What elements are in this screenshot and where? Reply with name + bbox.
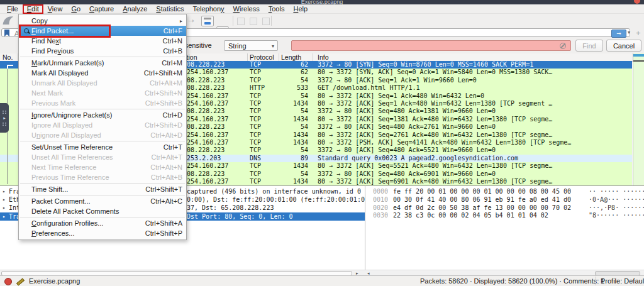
cell-protocol: TCP [250, 92, 261, 100]
cell-protocol: TCP [250, 123, 261, 131]
status-bar: Exercise.pcapng Packets: 58620 · Display… [0, 275, 644, 286]
menubar-item-file[interactable]: File [3, 4, 23, 14]
hex-dump-row[interactable]: 001000 30 0f 41 40 00 80 06 91 eb 91 fe … [365, 196, 644, 204]
side-drawer-handle[interactable]: ▸ [0, 103, 9, 133]
cell-info: 3372 → 80 [ACK] Seq=480 Ack=6901 Win=966… [318, 170, 631, 178]
menu-item-label: Next Time Reference [31, 163, 150, 171]
menu-item-label: Set/Unset Time Reference [31, 143, 164, 151]
add-filter-button[interactable]: + [636, 28, 641, 38]
menu-item-packet-comment[interactable]: Packet Comment...Ctrl+Alt+C [19, 196, 186, 206]
grip-dots-icon [2, 110, 7, 114]
menubar-item-telephony[interactable]: Telephony [188, 4, 228, 14]
apply-filter-button[interactable]: ➞ [611, 30, 626, 38]
wireshark-fin-icon[interactable] [2, 15, 14, 26]
cell-length: 1434 [267, 116, 308, 123]
cell-protocol: TCP [250, 178, 261, 185]
zoom-out-icon[interactable] [250, 18, 257, 25]
menu-item-next-time-reference[interactable]: Next Time ReferenceCtrl+Alt+N [19, 162, 186, 172]
search-type-value: String [228, 42, 247, 50]
toolbar-separator [271, 16, 272, 26]
cell-protocol: TCP [250, 61, 261, 69]
expand-arrow-icon: ▸ [3, 116, 6, 120]
go-to-packet-icon[interactable]: ➝ [188, 17, 194, 25]
menubar-item-capture[interactable]: Capture [85, 4, 118, 14]
filter-caret-icon[interactable]: ▾ [628, 30, 630, 35]
menubar-item-edit[interactable]: Edit [23, 4, 43, 14]
menubar-item-go[interactable]: Go [67, 4, 85, 14]
menubar-item-analyze[interactable]: Analyze [118, 4, 152, 14]
column-header-length[interactable]: Length [281, 53, 301, 61]
menu-item-find-previous[interactable]: Find PreviousCtrl+B [19, 46, 186, 56]
column-separator[interactable] [279, 53, 279, 61]
menu-bar: FileEditViewGoCaptureAnalyzeStatisticsTe… [0, 4, 644, 14]
menu-item-preferences[interactable]: Preferences...Ctrl+Shift+P [19, 228, 186, 238]
menu-item-previous-time-reference[interactable]: Previous Time ReferenceCtrl+Alt+B [19, 172, 186, 182]
minimap-view-edge [633, 60, 644, 62]
menubar-item-wireless[interactable]: Wireless [229, 4, 264, 14]
capture-comment-pencil-icon[interactable] [16, 278, 25, 285]
column-separator[interactable] [247, 53, 248, 61]
find-button[interactable]: Find [575, 40, 603, 52]
menu-item-label: Find Next [31, 37, 163, 45]
hex-dump-row[interactable]: 003022 38 c3 0c 00 00 02 04 05 b4 01 01 … [365, 212, 644, 220]
statusbar-profile[interactable]: Profile: Default [601, 277, 644, 285]
menu-item-configuration-profiles[interactable]: Configuration Profiles...Ctrl+Shift+A [19, 218, 186, 228]
menu-item-mark-unmark-packet-s[interactable]: Mark/Unmark Packet(s)Ctrl+M [19, 58, 186, 68]
hex-dump-row[interactable]: 0020e4 df 0d 2c 00 50 38 af fe 13 00 00 … [365, 204, 644, 212]
menu-item-label: Configuration Profiles... [31, 219, 145, 227]
menubar-item-view[interactable]: View [43, 4, 67, 14]
menubar-item-tools[interactable]: Tools [264, 4, 289, 14]
menu-item-shortcut: Ctrl+Shift+D [145, 121, 182, 129]
menu-item-unset-all-time-references[interactable]: Unset All Time ReferencesCtrl+Alt+T [19, 152, 186, 162]
zoom-in-icon[interactable] [237, 18, 245, 25]
menu-item-shortcut: Ctrl+Shift+T [145, 185, 182, 193]
cancel-button[interactable]: Cancel [606, 40, 641, 52]
chevron-down-icon: ▾ [272, 41, 274, 52]
cell-protocol: TCP [250, 100, 261, 107]
expand-arrow-icon[interactable]: ▸ [3, 187, 6, 195]
menu-item-previous-mark[interactable]: Previous MarkCtrl+Shift+B [19, 98, 186, 108]
cell-info: 80 → 3372 [SYN, ACK] Seq=0 Ack=1 Win=584… [318, 69, 631, 76]
menu-item-shortcut: Ctrl+T [164, 143, 182, 151]
expand-arrow-icon[interactable]: ▸ [3, 195, 6, 204]
minimap-selected-marker [633, 54, 644, 57]
menu-item-ignore-unignore-packet-s[interactable]: Ignore/Unignore Packet(s)Ctrl+D [19, 110, 186, 120]
column-header-info[interactable]: Info [318, 53, 329, 61]
menu-item-label: Mark/Unmark Packet(s) [31, 59, 162, 67]
menu-item-delete-all-packet-comments[interactable]: Delete All Packet Comments [19, 206, 186, 216]
menubar-item-help[interactable]: Help [289, 4, 312, 14]
column-header-no[interactable]: No. [3, 53, 13, 61]
search-type-select[interactable]: String ▾ [224, 40, 278, 51]
submenu-arrow-icon: ▸ [180, 18, 182, 24]
menu-item-ignore-all-displayed[interactable]: Ignore All DisplayedCtrl+Shift+D [19, 120, 186, 130]
menu-item-mark-all-displayed[interactable]: Mark All DisplayedCtrl+Shift+M [19, 68, 186, 78]
expert-info-icon[interactable] [4, 278, 12, 285]
cell-info: Standard query 0x0023 A pagead2.googlesy… [318, 155, 631, 162]
menu-item-label: Find Previous [31, 47, 163, 55]
menu-item-time-shift[interactable]: Time Shift...Ctrl+Shift+T [19, 184, 186, 194]
hex-dump-row[interactable]: 0000fe ff 20 00 01 00 00 00 01 00 00 00 … [365, 188, 644, 196]
menu-item-label: Preferences... [31, 229, 145, 237]
expand-arrow-icon[interactable]: ▸ [3, 212, 6, 221]
expand-arrow-icon[interactable]: ▸ [3, 204, 6, 212]
zoom-normal-icon[interactable] [262, 18, 270, 25]
hex-bytes: 22 38 c3 0c 00 00 02 04 05 b4 01 01 04 0… [393, 212, 548, 220]
cell-length: 533 [267, 84, 308, 92]
column-separator[interactable] [313, 53, 313, 61]
menu-item-unmark-all-displayed[interactable]: Unmark All DisplayedCtrl+Alt+M [19, 78, 186, 88]
menubar-item-statistics[interactable]: Statistics [152, 4, 188, 14]
menu-item-next-mark[interactable]: Next MarkCtrl+Shift+N [19, 88, 186, 98]
cell-length: 62 [267, 61, 308, 69]
menu-item-label: Unset All Time References [31, 153, 151, 161]
menu-item-set-unset-time-reference[interactable]: Set/Unset Time ReferenceCtrl+T [19, 142, 186, 152]
menu-item-label: Previous Mark [31, 99, 145, 107]
menu-item-label: Previous Time Reference [31, 173, 151, 181]
menu-item-unignore-all-displayed[interactable]: Unignore All DisplayedCtrl+Alt+D [19, 130, 186, 140]
cell-info: 3372 → 80 [ACK] Seq=1 Ack=1 Win=9660 Len… [318, 77, 631, 84]
packet-list-minimap-scrollbar[interactable] [633, 53, 644, 185]
find-query-input[interactable] [291, 40, 571, 51]
edit-dropdown-menu: Copy▸Find Packet...Ctrl+FFind NextCtrl+N… [18, 14, 187, 240]
auto-scroll-icon[interactable] [201, 16, 214, 26]
column-header-protocol[interactable]: Protocol [250, 53, 274, 61]
menu-item-shortcut: Ctrl+Alt+T [151, 153, 182, 161]
